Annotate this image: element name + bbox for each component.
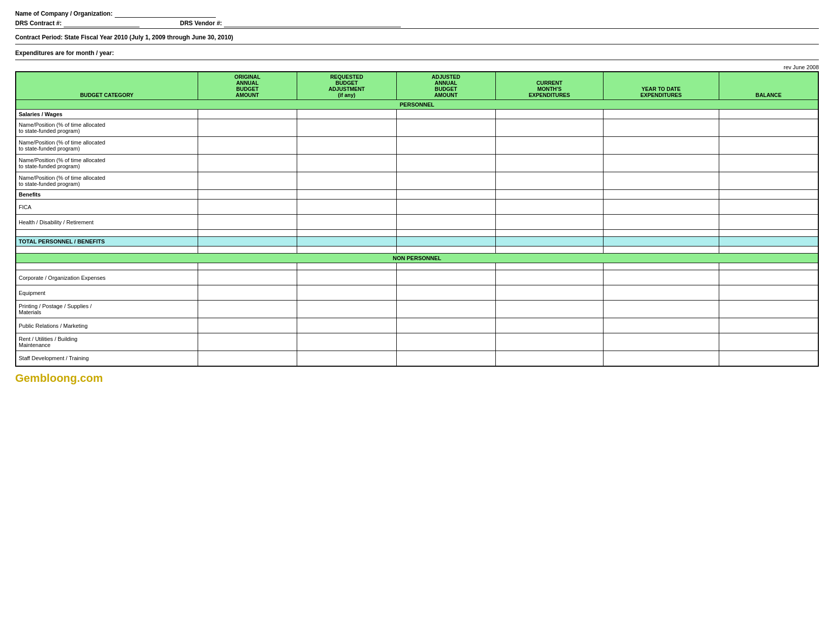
table-row: Corporate / Organization Expenses: [16, 270, 818, 285]
drs-contract-value: [64, 20, 140, 27]
table-row: Name/Position (% of time allocatedto sta…: [16, 137, 818, 155]
rent-utilities-label: Rent / Utilities / BuildingMaintenance: [16, 333, 198, 351]
budget-table: BUDGET CATEGORY ORIGINALANNUALBUDGETAMOU…: [15, 71, 819, 367]
table-row: Name/Position (% of time allocatedto sta…: [16, 119, 818, 137]
table-row: FICA: [16, 200, 818, 215]
printing-postage-label: Printing / Postage / Supplies /Materials: [16, 301, 198, 318]
table-row: Equipment: [16, 285, 818, 301]
col-header-budget-category: BUDGET CATEGORY: [16, 72, 198, 100]
col-header-requested: REQUESTEDBUDGETADJUSTMENT(if any): [297, 72, 396, 100]
personnel-label: PERSONNEL: [16, 100, 818, 110]
non-personnel-section-header: NON PERSONNEL: [16, 254, 818, 263]
empty-row-3: [16, 263, 818, 270]
company-value: [115, 10, 216, 18]
health-disability-label: Health / Disability / Retirement: [16, 215, 198, 230]
equipment-label: Equipment: [16, 285, 198, 301]
col-header-original: ORIGINALANNUALBUDGETAMOUNT: [198, 72, 297, 100]
non-personnel-label: NON PERSONNEL: [16, 254, 818, 263]
name-position-3: Name/Position (% of time allocatedto sta…: [16, 155, 198, 172]
benefits-label: Benefits: [16, 190, 198, 200]
contract-vendor-row: DRS Contract #: DRS Vendor #:: [15, 20, 819, 29]
total-personnel-row: TOTAL PERSONNEL / BENEFITS: [16, 237, 818, 246]
drs-vendor-label: DRS Vendor #:: [180, 20, 222, 27]
table-row: Printing / Postage / Supplies /Materials: [16, 301, 818, 318]
col-header-ytd: YEAR TO DATEEXPENDITURES: [603, 72, 719, 100]
contract-period-label: Contract Period: State Fiscal Year 2010 …: [15, 34, 233, 41]
col-header-balance: BALANCE: [719, 72, 819, 100]
drs-vendor-value: [224, 20, 401, 27]
drs-contract-pair: DRS Contract #:: [15, 20, 140, 27]
table-row: Public Relations / Marketing: [16, 318, 818, 333]
salaries-wages-label: Salaries / Wages: [16, 110, 198, 119]
watermark: Gembloong.com: [15, 372, 819, 385]
salaries-wages-row: Salaries / Wages: [16, 110, 818, 119]
name-position-1: Name/Position (% of time allocatedto sta…: [16, 119, 198, 137]
drs-contract-label: DRS Contract #:: [15, 20, 62, 27]
company-line: Name of Company / Organization:: [15, 10, 819, 18]
col-header-adjusted: ADJUSTEDANNUALBUDGETAMOUNT: [396, 72, 495, 100]
public-relations-label: Public Relations / Marketing: [16, 318, 198, 333]
corporate-expenses-label: Corporate / Organization Expenses: [16, 270, 198, 285]
drs-vendor-pair: DRS Vendor #:: [180, 20, 401, 27]
table-row: Name/Position (% of time allocatedto sta…: [16, 155, 818, 172]
expenditures-section: Expenditures are for month / year:: [15, 49, 819, 60]
empty-row: [16, 230, 818, 237]
staff-development-label: Staff Development / Training: [16, 351, 198, 366]
name-position-4: Name/Position (% of time allocatedto sta…: [16, 172, 198, 190]
contract-period-section: Contract Period: State Fiscal Year 2010 …: [15, 34, 819, 44]
header-section: Name of Company / Organization: DRS Cont…: [15, 10, 819, 29]
personnel-section-header: PERSONNEL: [16, 100, 818, 110]
fica-label: FICA: [16, 200, 198, 215]
name-position-2: Name/Position (% of time allocatedto sta…: [16, 137, 198, 155]
total-personnel-label: TOTAL PERSONNEL / BENEFITS: [16, 237, 198, 246]
table-row: Health / Disability / Retirement: [16, 215, 818, 230]
table-row: Rent / Utilities / BuildingMaintenance: [16, 333, 818, 351]
table-header-row: BUDGET CATEGORY ORIGINALANNUALBUDGETAMOU…: [16, 72, 818, 100]
empty-row-2: [16, 246, 818, 254]
col-header-current: CURRENTMONTH'SEXPENDITURES: [495, 72, 603, 100]
company-label: Name of Company / Organization:: [15, 10, 113, 17]
expenditures-label: Expenditures are for month / year:: [15, 49, 114, 57]
benefits-row: Benefits: [16, 190, 818, 200]
table-row: Name/Position (% of time allocatedto sta…: [16, 172, 818, 190]
table-row: Staff Development / Training: [16, 351, 818, 366]
rev-note: rev June 2008: [15, 64, 819, 70]
